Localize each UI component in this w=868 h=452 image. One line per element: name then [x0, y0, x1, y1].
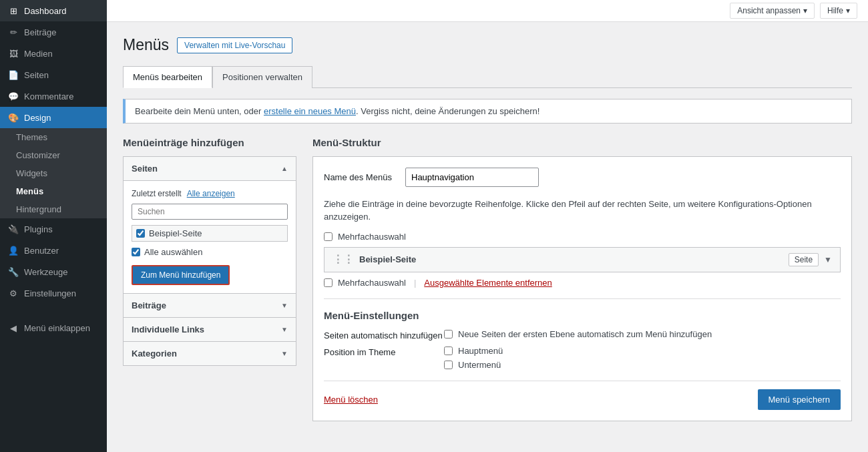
menu-item-beispiel: ⋮⋮ Beispiel-Seite Seite ▼ [324, 247, 841, 272]
menu-hint: Ziehe die Einträge in deine bevorzugte R… [324, 198, 841, 224]
live-preview-btn[interactable]: Verwalten mit Live-Vorschau [177, 37, 292, 53]
main-area: Ansicht anpassen ▾ Hilfe ▾ Menüs Verwalt… [107, 0, 868, 452]
accordion-section-kategorien: Kategorien ▼ [124, 342, 296, 365]
ansicht-anpassen-btn[interactable]: Ansicht anpassen ▾ [730, 3, 815, 19]
auto-add-label: Seiten automatisch hinzufügen [324, 329, 444, 341]
seiten-icon: 📄 [8, 69, 19, 80]
remove-selected-link[interactable]: Ausgewählte Elemente entfernen [424, 278, 552, 288]
kommentare-icon: 💬 [8, 91, 19, 101]
links-chevron-icon: ▼ [281, 326, 288, 333]
accordion-body-seiten: Zuletzt erstellt Alle anzeigen Beispiel-… [124, 181, 296, 294]
accordion-section-links: Individuelle Links ▼ [124, 318, 296, 342]
menu-name-row: Name des Menüs [324, 168, 841, 187]
hilfe-btn[interactable]: Hilfe ▾ [820, 3, 857, 19]
top-mehrfachauswahl-checkbox[interactable] [324, 232, 333, 241]
page-item-beispiel: Beispiel-Seite [132, 225, 288, 242]
select-all-checkbox[interactable] [132, 248, 140, 256]
settings-section: Menü-Einstellungen Seiten automatisch hi… [324, 298, 841, 370]
design-icon: 🎨 [8, 112, 19, 123]
sidebar-sub-themes[interactable]: Themes [0, 128, 107, 146]
sidebar-item-einstellungen[interactable]: ⚙ Einstellungen [0, 282, 107, 304]
collapse-icon: ◀ [8, 322, 19, 333]
filter-tab-zuletzt[interactable]: Zuletzt erstellt [132, 189, 182, 198]
dashboard-icon: ⊞ [8, 5, 19, 16]
select-all-row: Alle auswählen [132, 244, 288, 260]
accordion-header-seiten[interactable]: Seiten ▲ [124, 157, 296, 181]
hauptmenu-checkbox[interactable] [444, 347, 453, 355]
tab-positionen[interactable]: Positionen verwalten [212, 66, 312, 88]
left-panel: Menüeinträge hinzufügen Seiten ▲ Zuletzt… [123, 137, 296, 366]
beitraege-chevron-icon: ▼ [281, 302, 288, 309]
menu-name-input[interactable] [405, 168, 539, 187]
hilfe-chevron-icon: ▾ [846, 6, 850, 15]
design-submenu: Themes Customizer Widgets Menüs Hintergr… [0, 128, 107, 218]
menu-item-type: Seite [789, 253, 819, 266]
add-to-menu-btn[interactable]: Zum Menü hinzufügen [132, 265, 230, 285]
auto-add-control: Neue Seiten der ersten Ebene automatisch… [444, 329, 712, 339]
filter-tab-alle[interactable]: Alle anzeigen [187, 189, 235, 198]
tab-bearbeiten[interactable]: Menüs bearbeiten [123, 66, 212, 88]
save-menu-btn[interactable]: Menü speichern [758, 389, 841, 410]
kategorien-chevron-icon: ▼ [281, 350, 288, 357]
sidebar-item-beitraege[interactable]: ✏ Beiträge [0, 21, 107, 43]
sidebar-item-benutzer[interactable]: 👤 Benutzer [0, 240, 107, 261]
menu-item-right: Seite ▼ [789, 253, 832, 266]
page-title: Menüs [123, 35, 169, 55]
plugins-icon: 🔌 [8, 224, 19, 234]
sidebar-item-plugins[interactable]: 🔌 Plugins [0, 218, 107, 240]
beitraege-icon: ✏ [8, 27, 19, 37]
menu-structure-box: Name des Menüs Ziehe die Einträge in dei… [312, 156, 852, 421]
menu-footer: Menü löschen Menü speichern [324, 381, 841, 410]
position-control: Hauptmenü Untermenü [444, 346, 503, 370]
menu-name-label: Name des Menüs [324, 172, 397, 182]
page-title-row: Menüs Verwalten mit Live-Vorschau [123, 35, 852, 55]
einstellungen-icon: ⚙ [8, 288, 19, 298]
accordion-header-links[interactable]: Individuelle Links ▼ [124, 318, 296, 342]
benutzer-icon: 👤 [8, 245, 19, 256]
auto-add-checkbox[interactable] [444, 330, 453, 338]
position-label: Position im Theme [324, 346, 444, 357]
menu-layout: Menüeinträge hinzufügen Seiten ▲ Zuletzt… [123, 137, 852, 421]
right-panel-title: Menü-Struktur [312, 137, 852, 148]
bottom-mehrfachauswahl-row: Mehrfachauswahl | Ausgewählte Elemente e… [324, 278, 841, 288]
menu-item-chevron-icon[interactable]: ▼ [824, 255, 832, 264]
sidebar-item-medien[interactable]: 🖼 Medien [0, 43, 107, 64]
settings-title: Menü-Einstellungen [324, 310, 841, 321]
menu-item-left: ⋮⋮ Beispiel-Seite [333, 253, 416, 266]
notice-link[interactable]: erstelle ein neues Menü [264, 106, 356, 116]
sidebar-item-kommentare[interactable]: 💬 Kommentare [0, 85, 107, 107]
bottom-mehrfachauswahl-checkbox[interactable] [324, 278, 333, 287]
werkzeuge-icon: 🔧 [8, 266, 19, 277]
accordion-section-seiten: Seiten ▲ Zuletzt erstellt Alle anzeigen [124, 157, 296, 294]
sidebar-sub-widgets[interactable]: Widgets [0, 164, 107, 182]
sidebar-sub-menus[interactable]: Menüs [0, 182, 107, 200]
page-checkbox-beispiel[interactable] [136, 229, 145, 238]
sidebar-item-seiten[interactable]: 📄 Seiten [0, 64, 107, 85]
seiten-chevron-icon: ▲ [281, 165, 288, 172]
position-row: Position im Theme Hauptmenü Untermenü [324, 346, 841, 370]
sidebar-item-werkzeuge[interactable]: 🔧 Werkzeuge [0, 261, 107, 282]
medien-icon: 🖼 [8, 48, 19, 59]
top-bar: Ansicht anpassen ▾ Hilfe ▾ [107, 0, 868, 22]
search-input[interactable] [132, 204, 288, 220]
auto-add-row: Seiten automatisch hinzufügen Neue Seite… [324, 329, 841, 341]
accordion: Seiten ▲ Zuletzt erstellt Alle anzeigen [123, 156, 296, 366]
content-area: Menüs Verwalten mit Live-Vorschau Menüs … [107, 22, 868, 452]
untermenu-checkbox[interactable] [444, 361, 453, 369]
accordion-header-beitraege[interactable]: Beiträge ▼ [124, 294, 296, 318]
sidebar-sub-hintergrund[interactable]: Hintergrund [0, 200, 107, 218]
delete-menu-link[interactable]: Menü löschen [324, 395, 378, 405]
sidebar-item-design[interactable]: 🎨 Design [0, 107, 107, 128]
sidebar-sub-customizer[interactable]: Customizer [0, 146, 107, 164]
notice-bar: Bearbeite dein Menü unten, oder erstelle… [123, 99, 852, 124]
sidebar-item-dashboard[interactable]: ⊞ Dashboard [0, 0, 107, 21]
accordion-section-beitraege: Beiträge ▼ [124, 294, 296, 318]
sidebar-collapse-btn[interactable]: ◀ Menü einklappen [0, 317, 107, 338]
tabs: Menüs bearbeiten Positionen verwalten [123, 66, 852, 88]
top-mehrfachauswahl-row: Mehrfachauswahl [324, 232, 841, 242]
sidebar: ⊞ Dashboard ✏ Beiträge 🖼 Medien 📄 Seiten… [0, 0, 107, 452]
drag-handle-icon[interactable]: ⋮⋮ [333, 253, 354, 266]
filter-tabs: Zuletzt erstellt Alle anzeigen [132, 189, 288, 198]
right-panel: Menü-Struktur Name des Menüs Ziehe die E… [312, 137, 852, 421]
accordion-header-kategorien[interactable]: Kategorien ▼ [124, 342, 296, 365]
